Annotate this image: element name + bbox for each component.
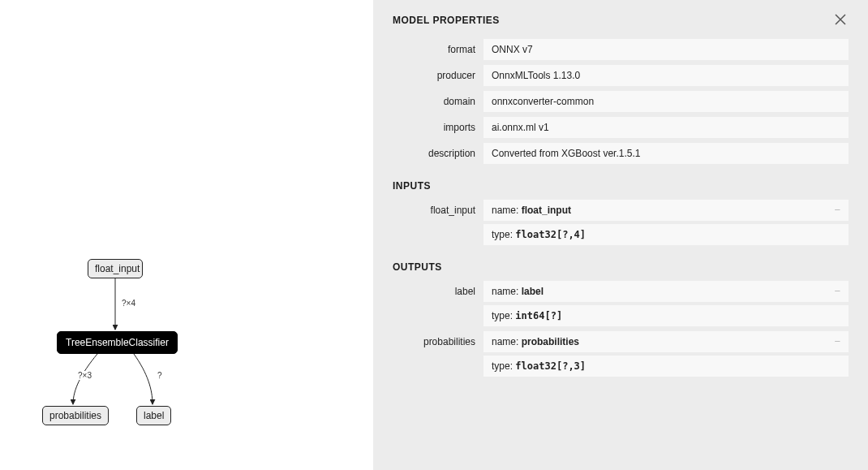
prop-row-description: description Converted from XGBoost ver.1… (393, 143, 849, 164)
prop-label: imports (393, 117, 483, 138)
prop-row-domain: domain onnxconverter-common (393, 91, 849, 112)
properties-panel: MODEL PROPERTIES format ONNX v7 producer… (373, 0, 868, 470)
close-button[interactable] (834, 13, 850, 29)
output-name-value: probabilities (522, 336, 579, 347)
prop-value[interactable]: onnxconverter-common (483, 91, 849, 112)
section-title-inputs: INPUTS (393, 180, 849, 192)
prop-value[interactable]: OnnxMLTools 1.13.0 (483, 65, 849, 86)
collapse-icon[interactable]: − (834, 285, 840, 297)
prop-value[interactable]: ONNX v7 (483, 39, 849, 60)
edge-label-prob: ?×3 (76, 371, 93, 380)
prop-label: float_input (393, 200, 483, 245)
graph-output-label[interactable]: label (136, 406, 171, 425)
name-prefix: name: (492, 336, 522, 347)
node-label: probabilities (49, 410, 101, 421)
prop-row-format: format ONNX v7 (393, 39, 849, 60)
edge-label-label: ? (156, 371, 164, 380)
type-prefix: type: (492, 310, 515, 321)
prop-label: domain (393, 91, 483, 112)
input-row-float_input: float_input name: float_input − type: fl… (393, 200, 849, 245)
input-type[interactable]: type: float32[?,4] (483, 224, 849, 245)
output-row-probabilities: probabilities name: probabilities − type… (393, 331, 849, 377)
collapse-icon[interactable]: − (834, 335, 840, 347)
input-name-value: float_input (522, 205, 571, 216)
graph-edges (0, 0, 373, 470)
node-label: float_input (95, 263, 140, 274)
output-name[interactable]: name: probabilities − (483, 331, 849, 352)
output-name-value: label (522, 286, 544, 297)
output-name[interactable]: name: label − (483, 281, 849, 302)
graph-output-probabilities[interactable]: probabilities (42, 406, 109, 425)
name-prefix: name: (492, 205, 522, 216)
name-prefix: name: (492, 286, 522, 297)
close-icon (834, 13, 847, 26)
collapse-icon[interactable]: − (834, 204, 840, 216)
output-type-value: float32[?,3] (515, 360, 586, 372)
prop-value[interactable]: ai.onnx.ml v1 (483, 117, 849, 138)
type-prefix: type: (492, 229, 515, 240)
prop-label: format (393, 39, 483, 60)
panel-title: MODEL PROPERTIES (393, 15, 849, 26)
prop-label: producer (393, 65, 483, 86)
prop-label: label (393, 281, 483, 326)
input-name[interactable]: name: float_input − (483, 200, 849, 221)
graph-input-node[interactable]: float_input (88, 259, 143, 278)
graph-canvas[interactable]: float_input ?×4 TreeEnsembleClassifier ?… (0, 0, 373, 470)
prop-value[interactable]: Converted from XGBoost ver.1.5.1 (483, 143, 849, 164)
node-label: TreeEnsembleClassifier (66, 337, 169, 348)
section-title-outputs: OUTPUTS (393, 261, 849, 273)
graph-op-node[interactable]: TreeEnsembleClassifier (57, 331, 178, 354)
prop-row-imports: imports ai.onnx.ml v1 (393, 117, 849, 138)
node-label: label (144, 410, 164, 421)
output-type[interactable]: type: float32[?,3] (483, 356, 849, 377)
output-row-label: label name: label − type: int64[?] (393, 281, 849, 326)
input-type-value: float32[?,4] (515, 229, 586, 240)
prop-row-producer: producer OnnxMLTools 1.13.0 (393, 65, 849, 86)
output-type[interactable]: type: int64[?] (483, 305, 849, 326)
edge-label-input: ?×4 (120, 299, 137, 308)
prop-label: description (393, 143, 483, 164)
type-prefix: type: (492, 360, 515, 372)
prop-label: probabilities (393, 331, 483, 377)
output-type-value: int64[?] (515, 310, 562, 321)
